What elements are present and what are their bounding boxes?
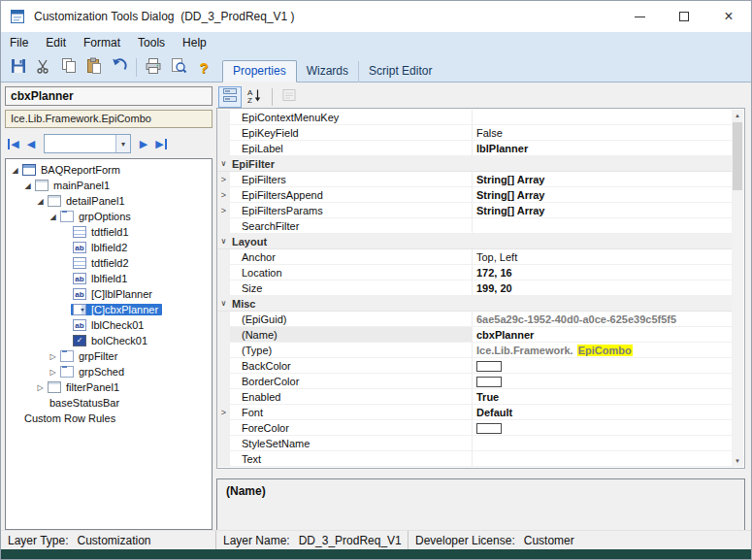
menu-edit[interactable]: Edit <box>37 32 75 53</box>
collapse-category-icon[interactable]: ∨ <box>217 156 230 171</box>
property-value[interactable]: 6ae5a29c-1952-40d0-a0ce-625e39c5f5f5 <box>473 312 732 326</box>
property-row-epicontextmenukey[interactable]: EpiContextMenuKey <box>217 110 732 125</box>
property-row-name[interactable]: (Name)cbxPlanner <box>217 327 732 343</box>
scroll-down-icon[interactable]: ▼ <box>732 455 743 467</box>
tree-item-lblcheck01[interactable]: ablblCheck01 <box>6 317 212 333</box>
property-row-location[interactable]: Location172, 16 <box>217 265 732 280</box>
tab-script-editor[interactable]: Script Editor <box>358 61 441 82</box>
expander-open-icon[interactable]: ◢ <box>48 213 58 221</box>
property-row-epifiltersparams[interactable]: >EpiFiltersParamsString[] Array <box>217 203 732 218</box>
property-row-enabled[interactable]: EnabledTrue <box>217 389 732 405</box>
tab-properties[interactable]: Properties <box>222 60 297 82</box>
tree-item-custom-row-rules[interactable]: Custom Row Rules <box>6 411 212 426</box>
property-row-stylesetname[interactable]: StyleSetName <box>217 436 732 451</box>
property-value[interactable]: lblPlanner <box>473 141 732 155</box>
property-value[interactable] <box>473 436 732 450</box>
save-button[interactable] <box>6 55 31 80</box>
control-type-box[interactable]: Ice.Lib.Framework.EpiCombo <box>5 110 213 128</box>
tree-item-grpfilter[interactable]: ▷grpFilter <box>6 348 212 364</box>
nav-next-button[interactable]: ▶ <box>135 134 152 153</box>
scroll-thumb[interactable] <box>733 122 742 190</box>
collapse-category-icon[interactable]: ∨ <box>217 234 230 248</box>
nav-prev-button[interactable]: ◀ <box>22 134 40 153</box>
expand-property-icon[interactable]: > <box>217 203 230 217</box>
property-value[interactable] <box>473 374 732 388</box>
property-value[interactable]: String[] Array <box>473 187 732 202</box>
print-preview-button[interactable] <box>166 55 191 80</box>
cut-button[interactable] <box>31 55 56 80</box>
menu-tools[interactable]: Tools <box>129 32 174 53</box>
category-epifilter[interactable]: ∨EpiFilter <box>217 156 732 172</box>
control-name-box[interactable]: cbxPlanner <box>5 86 213 106</box>
property-row-backcolor[interactable]: BackColor <box>217 358 732 374</box>
property-value[interactable] <box>473 420 732 435</box>
property-value[interactable]: Ice.Lib.Framework.EpiCombo <box>473 343 732 357</box>
tree-item-filterpanel1[interactable]: ▷filterPanel1 <box>6 379 212 395</box>
nav-combobox[interactable]: ▾ <box>44 134 131 153</box>
expander-open-icon[interactable]: ◢ <box>10 166 20 175</box>
alphabetical-button[interactable]: AZ <box>243 86 266 108</box>
nav-first-button[interactable]: ◀ <box>5 134 22 153</box>
category-misc[interactable]: ∨Misc <box>217 296 732 312</box>
property-value[interactable]: Top, Left <box>473 249 732 264</box>
property-row-bordercolor[interactable]: BorderColor <box>217 374 732 389</box>
property-row-size[interactable]: Size199, 20 <box>217 280 732 296</box>
property-row-searchfilter[interactable]: SearchFilter <box>217 218 732 234</box>
expand-property-icon[interactable]: > <box>217 172 230 186</box>
nav-combo-dropdown-icon[interactable]: ▾ <box>115 135 130 152</box>
tree-item-basestatusbar[interactable]: baseStatusBar <box>6 395 212 411</box>
tree-item-lblfield2[interactable]: ablblfield2 <box>6 240 212 255</box>
property-value[interactable]: False <box>473 125 732 140</box>
expand-property-icon[interactable]: > <box>217 405 230 419</box>
tree-item-bolcheck01[interactable]: ✓bolCheck01 <box>6 333 212 348</box>
title-bar[interactable]: Customization Tools Dialog (DD_3_ProdReq… <box>1 1 751 32</box>
expander-open-icon[interactable]: ◢ <box>22 181 33 190</box>
categorized-button[interactable] <box>218 86 242 108</box>
property-row-anchor[interactable]: AnchorTop, Left <box>217 249 732 265</box>
category-layout[interactable]: ∨Layout <box>217 234 732 249</box>
property-value[interactable] <box>473 451 732 466</box>
property-value[interactable] <box>473 218 732 233</box>
nav-last-button[interactable]: ▶ <box>152 134 170 153</box>
tree-item-tdtfield1[interactable]: tdtfield1 <box>6 224 212 240</box>
tree-item-detailpanel1[interactable]: ◢detailPanel1 <box>6 193 212 209</box>
property-row-forecolor[interactable]: ForeColor <box>217 420 732 436</box>
minimize-button[interactable] <box>617 1 662 32</box>
expander-closed-icon[interactable]: ▷ <box>48 368 58 377</box>
property-row-text[interactable]: Text <box>217 451 732 467</box>
property-value[interactable]: cbxPlanner <box>473 327 732 342</box>
property-value[interactable]: Default <box>473 405 732 419</box>
tree-item-c-cbxplanner[interactable]: [C]cbxPlanner <box>6 302 212 317</box>
expander-open-icon[interactable]: ◢ <box>35 197 46 206</box>
menu-file[interactable]: File <box>1 32 37 53</box>
property-value[interactable] <box>473 358 732 373</box>
print-button[interactable] <box>141 55 166 80</box>
paste-button[interactable] <box>82 55 107 80</box>
property-row-epikeyfield[interactable]: EpiKeyFieldFalse <box>217 125 732 141</box>
scroll-up-icon[interactable]: ▲ <box>732 110 743 121</box>
property-value[interactable]: 172, 16 <box>473 265 732 280</box>
property-value[interactable]: True <box>473 389 732 404</box>
property-value[interactable]: String[] Array <box>473 172 732 186</box>
property-row-epiguid[interactable]: (EpiGuid)6ae5a29c-1952-40d0-a0ce-625e39c… <box>217 312 732 327</box>
expander-closed-icon[interactable]: ▷ <box>35 383 46 392</box>
property-row-font[interactable]: >FontDefault <box>217 405 732 420</box>
property-value[interactable]: String[] Array <box>473 203 732 217</box>
property-row-epifiltersappend[interactable]: >EpiFiltersAppendString[] Array <box>217 187 732 203</box>
property-row-epilabel[interactable]: EpiLabellblPlanner <box>217 141 732 156</box>
undo-button[interactable] <box>107 55 132 80</box>
expander-closed-icon[interactable]: ▷ <box>48 352 58 361</box>
tree-item-lblfield1[interactable]: ablblfield1 <box>6 271 212 286</box>
expand-property-icon[interactable]: > <box>217 187 230 202</box>
tree-item-grpoptions[interactable]: ◢grpOptions <box>6 209 212 224</box>
menu-help[interactable]: Help <box>174 32 215 53</box>
property-value[interactable]: 199, 20 <box>473 280 732 295</box>
property-row-epifilters[interactable]: >EpiFiltersString[] Array <box>217 172 732 187</box>
collapse-category-icon[interactable]: ∨ <box>217 296 230 311</box>
tree-item-grpsched[interactable]: ▷grpSched <box>6 364 212 379</box>
close-button[interactable]: × <box>706 1 751 32</box>
copy-button[interactable] <box>56 55 82 80</box>
help-button[interactable]: ? <box>191 55 216 80</box>
menu-format[interactable]: Format <box>75 32 129 53</box>
tree-item-c-lblplanner[interactable]: ab[C]lblPlanner <box>6 286 212 302</box>
